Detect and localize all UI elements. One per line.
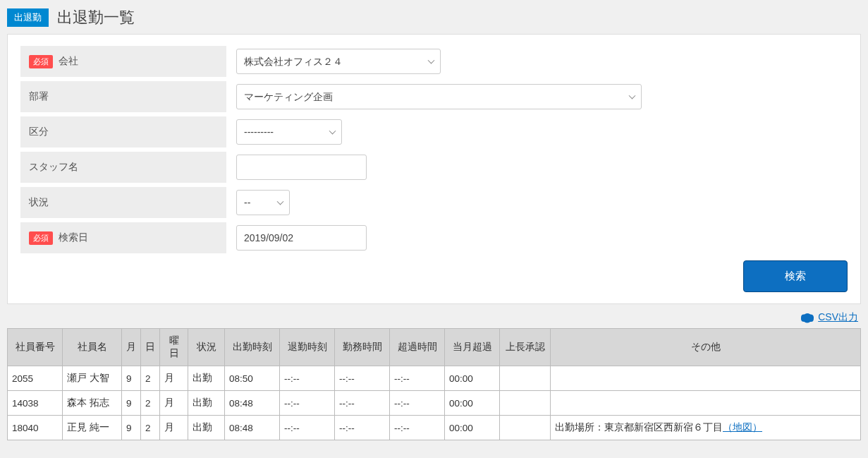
staff-name-input[interactable]	[236, 155, 367, 180]
th-day: 日	[141, 329, 160, 366]
row-department: 部署 マーケティング企画	[20, 81, 848, 112]
th-dow: 曜日	[160, 329, 188, 366]
td-approval	[500, 391, 551, 416]
select-wrap-department: マーケティング企画	[236, 84, 642, 109]
required-badge: 必須	[29, 231, 53, 245]
td-day: 2	[141, 391, 160, 416]
attendance-table: 社員番号 社員名 月 日 曜日 状況 出勤時刻 退勤時刻 勤務時間 超過時間 当…	[7, 328, 861, 440]
th-overtime: 超過時間	[390, 329, 445, 366]
td-dow: 月	[160, 391, 188, 416]
required-badge: 必須	[29, 55, 53, 68]
search-date-input[interactable]	[236, 225, 367, 251]
csv-row: CSV出力	[7, 304, 861, 328]
map-link[interactable]: （地図）	[723, 422, 762, 433]
td-clock-in: 08:48	[225, 391, 280, 416]
th-work-time: 勤務時間	[335, 329, 390, 366]
table-header-row: 社員番号 社員名 月 日 曜日 状況 出勤時刻 退勤時刻 勤務時間 超過時間 当…	[8, 329, 861, 366]
td-other	[551, 366, 861, 391]
th-emp-no: 社員番号	[8, 329, 63, 366]
th-other: その他	[551, 329, 861, 366]
th-clock-in: 出勤時刻	[225, 329, 280, 366]
td-clock-out: --:--	[280, 366, 335, 391]
label-cell-staff-name: スタッフ名	[20, 152, 226, 183]
td-dow: 月	[160, 366, 188, 391]
th-status: 状況	[188, 329, 225, 366]
button-row: 検索	[20, 260, 848, 292]
td-emp-no: 2055	[8, 366, 63, 391]
td-emp-name: 正見 純一	[63, 416, 122, 440]
search-panel: 必須 会社 株式会社オフィス２４ 部署 マーケティング企画 区分	[7, 34, 861, 304]
label-staff-name: スタッフ名	[29, 161, 78, 174]
td-day: 2	[141, 366, 160, 391]
search-button[interactable]: 検索	[743, 260, 848, 292]
td-month-over: 00:00	[445, 416, 500, 440]
td-clock-in: 08:48	[225, 416, 280, 440]
input-cell-search-date	[226, 222, 848, 253]
input-cell-status: --	[226, 187, 848, 218]
td-status: 出勤	[188, 416, 225, 440]
page-header: 出退勤 出退勤一覧	[7, 7, 861, 28]
module-badge: 出退勤	[7, 8, 49, 27]
table-row: 14038森本 拓志92月出勤08:48--:----:----:--00:00	[8, 391, 861, 416]
th-emp-name: 社員名	[63, 329, 122, 366]
company-select[interactable]: 株式会社オフィス２４	[236, 49, 441, 74]
th-clock-out: 退勤時刻	[280, 329, 335, 366]
td-clock-in: 08:50	[225, 366, 280, 391]
td-day: 2	[141, 416, 160, 440]
td-other	[551, 391, 861, 416]
input-cell-type: ---------	[226, 116, 848, 147]
label-status: 状況	[29, 196, 49, 209]
td-overtime: --:--	[390, 416, 445, 440]
td-overtime: --:--	[390, 391, 445, 416]
td-work-time: --:--	[335, 416, 390, 440]
label-search-date: 検索日	[59, 231, 88, 244]
page-title: 出退勤一覧	[57, 7, 135, 28]
table-row: 2055瀬戸 大智92月出勤08:50--:----:----:--00:00	[8, 366, 861, 391]
td-approval	[500, 366, 551, 391]
row-staff-name: スタッフ名	[20, 152, 848, 183]
cloud-download-icon	[801, 311, 814, 324]
td-other: 出勤場所：東京都新宿区西新宿６丁目（地図）	[551, 416, 861, 440]
td-clock-out: --:--	[280, 416, 335, 440]
td-emp-no: 18040	[8, 416, 63, 440]
td-dow: 月	[160, 416, 188, 440]
td-month: 9	[122, 391, 141, 416]
csv-export-link[interactable]: CSV出力	[801, 311, 858, 324]
select-wrap-type: ---------	[236, 119, 342, 145]
td-month: 9	[122, 416, 141, 440]
row-search-date: 必須 検索日	[20, 222, 848, 253]
select-wrap-status: --	[236, 190, 290, 215]
label-cell-department: 部署	[20, 81, 226, 112]
td-month: 9	[122, 366, 141, 391]
th-month: 月	[122, 329, 141, 366]
table-row: 18040正見 純一92月出勤08:48--:----:----:--00:00…	[8, 416, 861, 440]
input-cell-company: 株式会社オフィス２４	[226, 46, 848, 77]
row-type: 区分 ---------	[20, 116, 848, 147]
td-approval	[500, 416, 551, 440]
td-emp-name: 森本 拓志	[63, 391, 122, 416]
label-cell-type: 区分	[20, 116, 226, 147]
label-type: 区分	[29, 126, 49, 138]
input-cell-staff-name	[226, 152, 848, 183]
label-cell-status: 状況	[20, 187, 226, 218]
td-clock-out: --:--	[280, 391, 335, 416]
td-status: 出勤	[188, 391, 225, 416]
td-work-time: --:--	[335, 366, 390, 391]
td-month-over: 00:00	[445, 391, 500, 416]
label-cell-search-date: 必須 検索日	[20, 222, 226, 253]
td-month-over: 00:00	[445, 366, 500, 391]
input-cell-department: マーケティング企画	[226, 81, 848, 112]
label-company: 会社	[59, 55, 78, 68]
label-department: 部署	[29, 90, 49, 103]
th-month-over: 当月超過	[445, 329, 500, 366]
td-emp-no: 14038	[8, 391, 63, 416]
label-cell-company: 必須 会社	[20, 46, 226, 77]
department-select[interactable]: マーケティング企画	[236, 84, 642, 109]
status-select[interactable]: --	[236, 190, 290, 215]
td-status: 出勤	[188, 366, 225, 391]
type-select[interactable]: ---------	[236, 119, 342, 145]
other-text: 出勤場所：東京都新宿区西新宿６丁目	[555, 422, 723, 433]
th-approval: 上長承認	[500, 329, 551, 366]
row-status: 状況 --	[20, 187, 848, 218]
td-overtime: --:--	[390, 366, 445, 391]
